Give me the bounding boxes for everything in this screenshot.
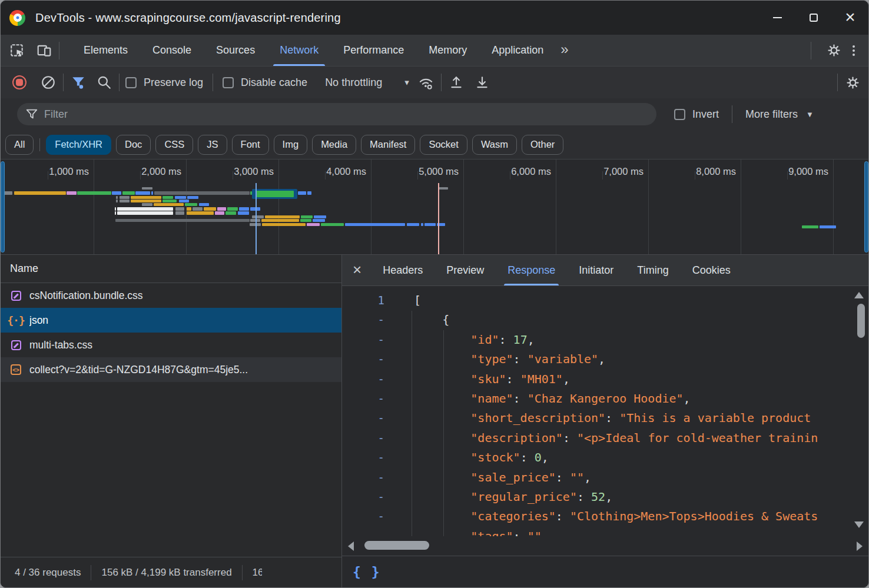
waterfall-bar — [820, 225, 836, 228]
request-row[interactable]: csNotification.bundle.css — [1, 283, 341, 308]
waterfall-bar — [215, 211, 224, 215]
request-row[interactable]: <>collect?v=2&tid=G-NZGD14H87G&gtm=45je5… — [1, 357, 341, 382]
scroll-right-arrow[interactable] — [857, 542, 863, 551]
response-body-viewer[interactable]: 1[- {- "id": 17,- "type": "variable",- "… — [342, 286, 868, 536]
chip-doc[interactable]: Doc — [116, 135, 151, 155]
invert-checkbox[interactable] — [674, 109, 685, 120]
disable-cache-checkbox[interactable] — [223, 77, 234, 88]
waterfall-bar — [179, 200, 189, 202]
network-settings-gear-icon[interactable] — [844, 74, 861, 91]
chip-socket[interactable]: Socket — [420, 135, 467, 155]
chip-media[interactable]: Media — [312, 135, 356, 155]
request-row[interactable]: multi-tabs.css — [1, 333, 341, 357]
chip-img[interactable]: Img — [274, 135, 308, 155]
code-line: - "id": 17, — [342, 330, 868, 350]
pretty-print-icon[interactable]: { } — [353, 564, 381, 580]
line-content: "stock": 0, — [409, 448, 549, 467]
inspect-element-icon[interactable] — [8, 42, 26, 59]
line-number: 1 — [342, 291, 409, 310]
token-pun: , — [598, 352, 605, 366]
line-number: - — [342, 487, 409, 507]
waterfall-bar — [239, 207, 249, 211]
network-overview[interactable]: 1,000 ms2,000 ms3,000 ms4,000 ms5,000 ms… — [1, 160, 868, 255]
response-tab-headers[interactable]: Headers — [371, 255, 434, 285]
import-har-icon[interactable] — [447, 74, 465, 91]
maximize-button[interactable] — [795, 1, 832, 35]
overview-right-handle[interactable] — [864, 161, 868, 253]
scroll-down-arrow[interactable] — [854, 521, 864, 528]
more-filters-caret-icon[interactable]: ▼ — [806, 110, 814, 119]
request-row[interactable]: {·}json — [1, 308, 341, 333]
clear-icon[interactable] — [39, 74, 57, 91]
tab-network[interactable]: Network — [267, 35, 331, 66]
line-content: "name": "Chaz Kangeroo Hoodie", — [409, 389, 691, 408]
more-tabs-icon[interactable]: » — [556, 41, 573, 58]
code-line: - "categories": "Clothing>Men>Tops>Hoodi… — [342, 507, 868, 526]
name-column-header[interactable]: Name — [1, 255, 341, 283]
token-pun: , — [528, 333, 535, 347]
tab-sources[interactable]: Sources — [204, 35, 267, 66]
tab-application[interactable]: Application — [479, 35, 556, 66]
invert-label: Invert — [692, 108, 719, 121]
preserve-log-checkbox[interactable] — [125, 77, 137, 88]
response-tab-cookies[interactable]: Cookies — [681, 255, 742, 285]
title-bar: DevTools - www.scrapingcourse.com/javasc… — [1, 1, 868, 35]
line-number: - — [342, 428, 409, 448]
waterfall-bar — [407, 223, 419, 226]
chip-font[interactable]: Font — [232, 135, 269, 155]
filter-toggle-icon[interactable] — [69, 74, 87, 91]
waterfall-bar — [4, 191, 12, 195]
chip-fetchxhr[interactable]: Fetch/XHR — [46, 135, 111, 155]
waterfall-bar — [217, 207, 226, 211]
scroll-up-arrow[interactable] — [854, 292, 864, 298]
vertical-scrollbar-thumb[interactable] — [857, 304, 865, 338]
device-toolbar-icon[interactable] — [35, 42, 53, 59]
response-tab-initiator[interactable]: Initiator — [567, 255, 625, 285]
token-key: "id" — [414, 333, 499, 347]
close-panel-icon[interactable]: × — [342, 262, 371, 277]
minimize-button[interactable] — [759, 1, 795, 35]
token-pun: , — [584, 470, 591, 484]
tab-performance[interactable]: Performance — [331, 35, 416, 66]
record-button[interactable] — [12, 75, 26, 89]
chip-other[interactable]: Other — [522, 135, 563, 155]
tab-elements[interactable]: Elements — [71, 35, 140, 66]
tab-console[interactable]: Console — [140, 35, 204, 66]
throttling-caret-icon[interactable]: ▾ — [404, 77, 409, 88]
waterfall-bar — [185, 203, 197, 206]
response-tab-timing[interactable]: Timing — [625, 255, 680, 285]
tab-memory[interactable]: Memory — [416, 35, 479, 66]
filter-input[interactable]: Filter — [17, 103, 656, 125]
code-line: 1[ — [342, 291, 868, 310]
kebab-menu-icon[interactable] — [845, 42, 863, 59]
settings-gear-icon[interactable] — [825, 42, 843, 59]
response-tab-preview[interactable]: Preview — [434, 255, 496, 285]
code-line: - { — [342, 310, 868, 330]
chip-all[interactable]: All — [5, 135, 34, 155]
search-icon[interactable] — [95, 74, 113, 91]
timeline-tick-label: 6,000 ms — [480, 166, 551, 177]
response-tab-response[interactable]: Response — [496, 255, 567, 285]
scroll-left-arrow[interactable] — [348, 542, 354, 551]
overview-left-handle[interactable] — [1, 161, 5, 253]
chip-css[interactable]: CSS — [155, 135, 193, 155]
devtools-tab-bar: ElementsConsoleSourcesNetworkPerformance… — [1, 35, 868, 67]
network-conditions-icon[interactable] — [417, 74, 435, 91]
horizontal-scrollbar[interactable] — [342, 536, 868, 556]
waterfall-bar — [135, 191, 150, 195]
token-key: "stock" — [414, 450, 520, 464]
waterfall-bar — [116, 196, 118, 199]
horizontal-scrollbar-thumb[interactable] — [364, 541, 429, 550]
divider — [837, 74, 838, 91]
chip-js[interactable]: JS — [198, 135, 227, 155]
line-number: - — [342, 370, 409, 389]
chip-wasm[interactable]: Wasm — [472, 135, 517, 155]
line-number: - — [342, 310, 409, 330]
throttling-select[interactable]: No throttling — [325, 77, 382, 89]
close-button[interactable]: × — [832, 0, 868, 34]
chip-manifest[interactable]: Manifest — [361, 135, 415, 155]
export-har-icon[interactable] — [473, 74, 491, 91]
more-filters-button[interactable]: More filters — [745, 108, 798, 121]
waterfall-bar — [117, 211, 173, 215]
waterfall-bar — [115, 211, 116, 215]
